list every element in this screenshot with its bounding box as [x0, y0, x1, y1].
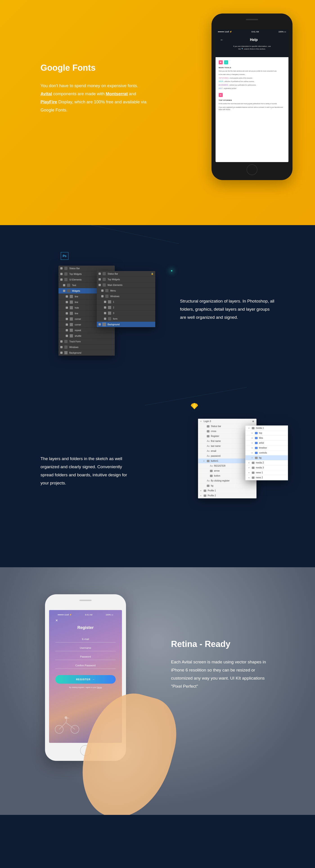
layer-row[interactable]: ▸artist — [246, 440, 288, 445]
gf-paragraph: You don't have to spend money on expensi… — [40, 82, 149, 114]
status-bar: ●●●●● Ucell ⚡ 9:41 AM 100% ▭ — [216, 29, 288, 34]
main-tools-heading: MAIN TOOLS — [219, 67, 285, 69]
sketch-block: The layers and folders in the sketch as … — [0, 405, 315, 531]
help-body: ✱♪ MAIN TOOLS Here you can find the main… — [216, 57, 288, 162]
confirm-password-field[interactable]: Confirm Password — [55, 662, 116, 669]
sketch-icon — [191, 403, 198, 409]
layer-row[interactable]: ▸Profile 2 — [198, 493, 256, 498]
layer-row[interactable]: 1 — [97, 299, 155, 305]
layer-row[interactable]: ▸media 2 — [246, 460, 288, 465]
svg-point-4 — [65, 716, 67, 719]
retina-title: Retina - Ready — [171, 639, 270, 649]
layer-row[interactable]: 3 — [97, 310, 155, 316]
bicycle-illustration — [54, 716, 81, 734]
section-google-fonts: Google Fonts You don't have to spend mon… — [0, 0, 315, 225]
layer-row[interactable]: ▸tiles — [246, 436, 288, 440]
photoshop-icon: Ps — [61, 252, 68, 260]
help-header: ← Help If you are interested in specific… — [216, 34, 288, 57]
gf-title: Google Fonts — [40, 63, 149, 73]
layer-row[interactable]: ▸Profile 1 — [198, 488, 256, 493]
register-title: Register — [77, 625, 94, 630]
layer-row[interactable]: bg — [198, 483, 256, 488]
phone-mockup-help: ●●●●● Ucell ⚡ 9:41 AM 100% ▭ ← Help If y… — [212, 13, 292, 180]
ps-layers-panel-2: Status Bar🔒Top WidgetsMain ElementsMenuW… — [97, 271, 155, 327]
arrow-icon: → — [92, 678, 95, 681]
back-icon[interactable]: ← — [220, 38, 224, 42]
layer-row[interactable]: Main Elements — [97, 282, 155, 288]
layer-row[interactable]: ▸bg — [246, 455, 288, 460]
layer-row[interactable]: Menu — [97, 288, 155, 293]
layer-row[interactable]: ▸media 1 — [246, 426, 288, 431]
retina-copy: Retina - Ready Each Avital screen is mad… — [171, 639, 270, 690]
photoshop-block: Ps Status BarTop WidgetsUI ElementsTextW… — [0, 257, 315, 374]
spark-icon — [171, 270, 172, 272]
layer-row[interactable]: Background — [59, 350, 115, 356]
layer-row[interactable]: ▸news 1 — [246, 470, 288, 475]
section-layers: Ps Status BarTop WidgetsUI ElementsTextW… — [0, 225, 315, 567]
layer-row[interactable]: ▾Login 3⊕ — [198, 419, 256, 424]
iphone-black: ●●●●● Ucell ⚡ 9:41 AM 100% ▭ ← Help If y… — [212, 13, 292, 180]
layer-row[interactable]: ▸news 2 — [246, 475, 288, 480]
sk-layers-panel-2: ▸media 1▸top▸tiles▸artist▸timeline▸contr… — [245, 426, 288, 480]
layer-row[interactable]: shuttle — [59, 333, 115, 339]
layer-row[interactable]: 2 — [97, 305, 155, 310]
landing-page: Google Fonts You don't have to spend mon… — [0, 0, 315, 815]
layer-row[interactable]: ▸top — [246, 431, 288, 436]
badge-1-icon: ✱ — [219, 60, 223, 64]
layer-row[interactable]: Status Bar — [59, 266, 115, 271]
help-screen: ●●●●● Ucell ⚡ 9:41 AM 100% ▭ ← Help If y… — [216, 29, 288, 162]
email-field[interactable]: E-mail — [55, 636, 116, 643]
decor-line — [145, 387, 247, 405]
sk-description: The layers and folders in the sketch as … — [40, 455, 135, 487]
layer-row[interactable]: Status Bar🔒 — [97, 271, 155, 277]
layer-row[interactable]: Windows — [97, 293, 155, 299]
terms-text: By clicking register, I agree to your Te… — [69, 686, 102, 688]
close-icon[interactable]: ✕ — [55, 619, 58, 622]
layer-row[interactable]: ▸media 3 — [246, 465, 288, 470]
layer-row[interactable]: Track Form — [59, 339, 115, 344]
section-retina: ●●●●● Ucell ⚡ 9:41 AM 100% ▭ ✕ Register … — [0, 567, 315, 815]
retina-paragraph: Each Avital screen is made using vector … — [171, 658, 270, 690]
layer-row[interactable]: repeat — [59, 328, 115, 333]
help-title: Help — [220, 38, 284, 42]
layer-row[interactable]: form — [97, 316, 155, 322]
password-field[interactable]: Password — [55, 653, 116, 660]
username-field[interactable]: Username — [55, 644, 116, 651]
status-bar: ●●●●● Ucell ⚡ 9:41 AM 100% ▭ — [55, 612, 116, 617]
top-stories-heading: TOP STORIES — [219, 99, 285, 101]
layer-row[interactable]: Top Widgets — [97, 277, 155, 282]
layer-row[interactable]: ▸timeline — [246, 445, 288, 451]
layer-row[interactable]: Background — [97, 322, 155, 327]
layer-row[interactable]: ▸controls — [246, 451, 288, 455]
badge-2-icon: ♪ — [224, 60, 228, 64]
register-button[interactable]: REGISTER→ — [55, 675, 116, 684]
layer-row[interactable]: Windows — [59, 344, 115, 350]
gf-copy: Google Fonts You don't have to spend mon… — [40, 63, 149, 114]
badge-3-icon: ♥ — [219, 93, 223, 97]
ps-description: Structural organization of layers. In Ph… — [180, 297, 275, 321]
